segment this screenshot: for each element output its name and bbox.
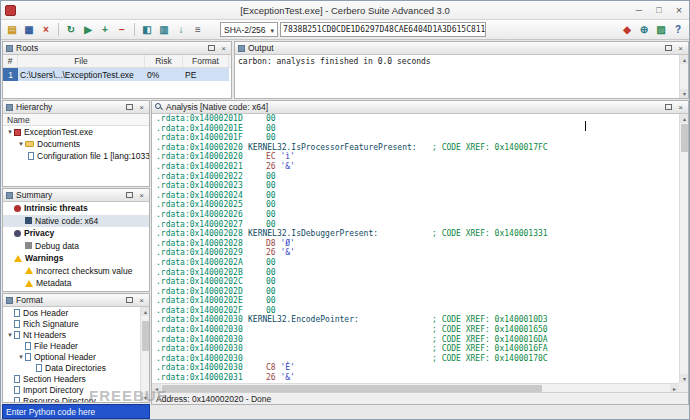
scroll-down-arrow-icon[interactable]	[680, 89, 689, 98]
remove-file-icon[interactable]: −	[114, 22, 130, 38]
tree-item[interactable]: Rich Signature	[3, 318, 149, 329]
maximize-button[interactable]	[649, 1, 669, 19]
scrollbar-thumb[interactable]	[142, 321, 149, 351]
tree-item[interactable]: Resource Directory	[3, 395, 149, 403]
expand-arrow-icon[interactable]	[17, 140, 25, 148]
disasm-line[interactable]: .rdata:0x140002028D8 'Ø'	[152, 239, 679, 249]
expand-arrow-icon[interactable]	[6, 128, 14, 136]
tree-item[interactable]: Intrinsic threats	[3, 202, 149, 215]
tree-item[interactable]: Configuration file 1 [lang:1033	[3, 150, 149, 162]
open-file-icon[interactable]: ▤	[4, 22, 20, 38]
tree-item[interactable]: Documents	[3, 138, 149, 150]
roots-column-header[interactable]: Risk	[145, 55, 183, 67]
float-panel-button[interactable]	[125, 191, 134, 200]
float-panel-button[interactable]	[125, 296, 134, 305]
scroll-up-arrow-icon[interactable]	[680, 114, 689, 123]
help-icon[interactable]: ?	[670, 22, 686, 38]
python-code-input[interactable]	[3, 405, 149, 418]
output-vertical-scrollbar[interactable]	[679, 55, 688, 98]
scrollbar-thumb[interactable]	[681, 124, 688, 152]
hash-value-field[interactable]: 7838B251CD0CDE1D6297D48CAE6404D1A3D615C8…	[280, 22, 486, 37]
close-panel-button[interactable]	[137, 296, 146, 305]
tree-item[interactable]: Warnings	[3, 252, 149, 265]
tree-item[interactable]: Privacy	[3, 227, 149, 240]
shield-icon[interactable]: ◆	[619, 22, 635, 38]
hex-view-icon[interactable]: ◧	[139, 22, 155, 38]
roots-column-header[interactable]: File	[18, 55, 145, 67]
hierarchy-column-header[interactable]: Name	[3, 114, 149, 126]
minimize-button[interactable]	[629, 1, 649, 19]
tree-item[interactable]: Dos Header	[3, 307, 149, 318]
disasm-line[interactable]: .rdata:0x14000202126 '&'	[152, 162, 679, 172]
close-panel-button[interactable]	[137, 191, 146, 200]
tree-item[interactable]: ExceptionTest.exe	[3, 126, 149, 138]
expand-arrow-icon[interactable]	[6, 331, 14, 339]
disasm-line[interactable]: .rdata:0x140002030C8 'È'	[152, 363, 679, 373]
analysis-horizontal-scrollbar[interactable]	[152, 383, 679, 392]
disasm-line[interactable]: .rdata:0x14000202500	[152, 200, 679, 210]
float-panel-button[interactable]	[664, 44, 673, 53]
disasm-line[interactable]: .rdata:0x14000202600	[152, 210, 679, 220]
disasm-line[interactable]: .rdata:0x14000201F00	[152, 133, 679, 143]
disasm-line[interactable]: .rdata:0x14000201E00	[152, 124, 679, 134]
scroll-up-arrow-icon[interactable]	[680, 55, 689, 64]
roots-column-header[interactable]: Format	[183, 55, 229, 67]
tree-item[interactable]: Native code: x64	[3, 215, 149, 228]
scroll-down-arrow-icon[interactable]	[680, 374, 689, 383]
disasm-line[interactable]: .rdata:0x140002030; CODE XREF: 0x1400016…	[152, 344, 679, 354]
disasm-line[interactable]: .rdata:0x14000202E00	[152, 296, 679, 306]
disasm-line[interactable]: .rdata:0x14000202F00	[152, 306, 679, 316]
disasm-line[interactable]: .rdata:0x14000202C00	[152, 277, 679, 287]
disasm-line[interactable]: .rdata:0x14000202B00	[152, 268, 679, 278]
disasm-line[interactable]: .rdata:0x14000202A00	[152, 258, 679, 268]
tree-item[interactable]: Debug data	[3, 240, 149, 253]
save-icon[interactable]: ▦	[21, 22, 37, 38]
disasm-line[interactable]: .rdata:0x14000202200	[152, 172, 679, 182]
reload-icon[interactable]: ↻	[63, 22, 79, 38]
close-panel-button[interactable]	[219, 44, 228, 53]
scrollbar-thumb[interactable]	[162, 385, 542, 392]
tree-item[interactable]: Metadata	[3, 277, 149, 290]
close-panel-button[interactable]	[137, 103, 146, 112]
float-panel-button[interactable]	[125, 103, 134, 112]
disasm-line[interactable]: .rdata:0x14000203126 '&'	[152, 373, 679, 383]
roots-column-header[interactable]: #	[3, 55, 18, 67]
scan-files-icon[interactable]: ▶	[80, 22, 96, 38]
settings-icon[interactable]: ⊕	[636, 22, 652, 38]
expand-arrow-icon[interactable]	[17, 353, 25, 361]
close-button[interactable]	[669, 1, 689, 19]
disasm-line[interactable]: .rdata:0x140002030; CODE XREF: 0x1400017…	[152, 354, 679, 364]
report-view-icon[interactable]: ▥	[156, 22, 172, 38]
tree-item[interactable]: File Header	[3, 340, 149, 351]
disasm-line[interactable]: .rdata:0x140002028KERNEL32.IsDebuggerPre…	[152, 229, 679, 239]
add-file-icon[interactable]: +	[97, 22, 113, 38]
tree-item[interactable]: Import Directory	[3, 384, 149, 395]
disasm-line[interactable]: .rdata:0x14000202700	[152, 220, 679, 230]
tree-item[interactable]: Optional Header	[3, 351, 149, 362]
close-panel-button[interactable]	[676, 44, 685, 53]
tree-item[interactable]: Incorrect checksum value	[3, 265, 149, 278]
disasm-line[interactable]: .rdata:0x140002030; CODE XREF: 0x1400016…	[152, 335, 679, 345]
disasm-line[interactable]: .rdata:0x14000202300	[152, 181, 679, 191]
plugins-icon[interactable]: ▨	[653, 22, 669, 38]
disasm-line[interactable]: .rdata:0x14000202400	[152, 191, 679, 201]
tree-item[interactable]: Data Directories	[3, 362, 149, 373]
table-row[interactable]: 1C:\Users\...\ExceptionTest.exe0%PE	[3, 68, 231, 81]
disasm-line[interactable]: .rdata:0x14000202926 '&'	[152, 248, 679, 258]
format-vertical-scrollbar[interactable]	[140, 307, 149, 402]
disasm-line[interactable]: .rdata:0x140002030KERNEL32.EncodePointer…	[152, 315, 679, 325]
scroll-up-arrow-icon[interactable]	[141, 307, 150, 316]
extract-icon[interactable]: ↓	[173, 22, 189, 38]
float-panel-button[interactable]	[664, 103, 673, 112]
disasm-line[interactable]: .rdata:0x140002020KERNEL32.IsProcessorFe…	[152, 143, 679, 153]
close-panel-button[interactable]	[676, 103, 685, 112]
scroll-down-arrow-icon[interactable]	[141, 393, 150, 402]
hash-algo-select[interactable]: SHA-2/256	[220, 22, 278, 37]
float-panel-button[interactable]	[207, 44, 216, 53]
titlebar[interactable]: [ExceptionTest.exe] - Cerbero Suite Adva…	[1, 1, 689, 20]
tree-item[interactable]: Nt Headers	[3, 329, 149, 340]
filter-icon[interactable]: ≡	[190, 22, 206, 38]
disasm-line[interactable]: .rdata:0x140002030; CODE XREF: 0x1400016…	[152, 325, 679, 335]
disasm-line[interactable]: .rdata:0x14000201D00	[152, 114, 679, 124]
disasm-line[interactable]: .rdata:0x14000202D00	[152, 287, 679, 297]
